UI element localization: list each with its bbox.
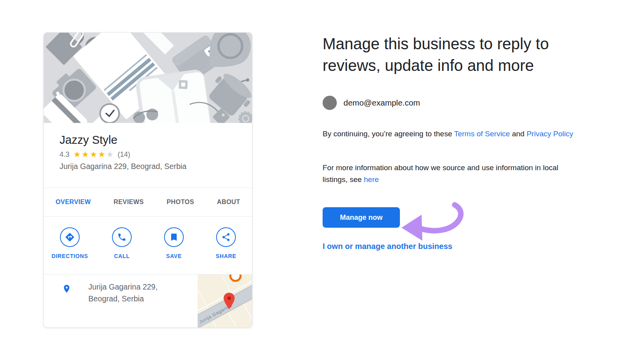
- terms-prefix: By continuing, you’re agreeing to these: [323, 130, 454, 138]
- business-address: Jurija Gagarina 229, Beograd, Serbia: [60, 162, 252, 171]
- location-section: Jurija Gagarina 229, Beograd, Serbia: [44, 274, 252, 328]
- another-business-link[interactable]: I own or manage another business: [323, 242, 452, 251]
- manage-now-button[interactable]: Manage now: [323, 207, 400, 228]
- rating-value: 4.3: [60, 150, 69, 159]
- terms-text: By continuing, you’re agreeing to these …: [323, 128, 583, 140]
- location-address: Jurija Gagarina 229, Beograd, Serbia: [88, 281, 158, 305]
- call-label: CALL: [96, 253, 148, 259]
- save-label: SAVE: [148, 253, 200, 259]
- location-address-line1: Jurija Gagarina 229,: [88, 281, 158, 293]
- review-count: (14): [118, 150, 130, 159]
- tab-photos[interactable]: PHOTOS: [167, 199, 194, 206]
- call-icon: [112, 227, 132, 247]
- location-pin-icon: [62, 282, 71, 297]
- star-empty-icon: ★: [106, 150, 114, 159]
- terms-of-service-link[interactable]: Terms of Service: [454, 130, 510, 138]
- star-filled-icon: ★: [98, 150, 106, 159]
- star-filled-icon: ★: [73, 150, 82, 159]
- info-text: For more information about how we source…: [323, 162, 577, 186]
- here-link[interactable]: here: [364, 175, 379, 184]
- manage-panel: Manage this business to reply to reviews…: [323, 33, 583, 251]
- account-row: demo@example.com: [323, 96, 583, 110]
- poi-marker-icon: [230, 275, 241, 281]
- tab-about[interactable]: ABOUT: [217, 199, 240, 206]
- share-icon: [216, 227, 236, 247]
- tab-bar: OVERVIEW REVIEWS PHOTOS ABOUT: [44, 188, 252, 216]
- action-bar: DIRECTIONS CALL SAVE SHARE: [44, 216, 252, 274]
- tab-overview[interactable]: OVERVIEW: [56, 199, 91, 206]
- business-preview-card: Jazzy Style 4.3 ★★★★★ (14) Jurija Gagari…: [43, 32, 252, 328]
- directions-button[interactable]: DIRECTIONS: [44, 227, 96, 274]
- tab-reviews[interactable]: REVIEWS: [114, 199, 144, 206]
- save-icon: [164, 227, 184, 247]
- save-button[interactable]: SAVE: [148, 227, 200, 274]
- share-button[interactable]: SHARE: [200, 227, 252, 274]
- directions-icon: [60, 227, 80, 247]
- star-filled-icon: ★: [90, 150, 98, 159]
- star-rating: ★★★★★: [73, 150, 114, 159]
- page-title: Manage this business to reply to reviews…: [323, 33, 583, 76]
- avatar: [323, 96, 337, 110]
- business-info-section: Jazzy Style 4.3 ★★★★★ (14) Jurija Gagari…: [44, 123, 252, 188]
- star-filled-icon: ★: [82, 150, 90, 159]
- share-label: SHARE: [200, 253, 252, 259]
- banner-illustration: [44, 33, 252, 123]
- call-button[interactable]: CALL: [96, 227, 148, 274]
- terms-separator: and: [510, 130, 526, 138]
- mini-map[interactable]: Jurija Gagarina: [198, 275, 252, 328]
- directions-label: DIRECTIONS: [44, 253, 96, 259]
- business-name: Jazzy Style: [60, 133, 252, 147]
- account-email: demo@example.com: [344, 98, 420, 108]
- info-prefix: For more information about how we source…: [323, 163, 558, 184]
- location-address-line2: Beograd, Serbia: [88, 293, 158, 305]
- privacy-policy-link[interactable]: Privacy Policy: [526, 130, 573, 138]
- rating-row: 4.3 ★★★★★ (14): [60, 150, 252, 159]
